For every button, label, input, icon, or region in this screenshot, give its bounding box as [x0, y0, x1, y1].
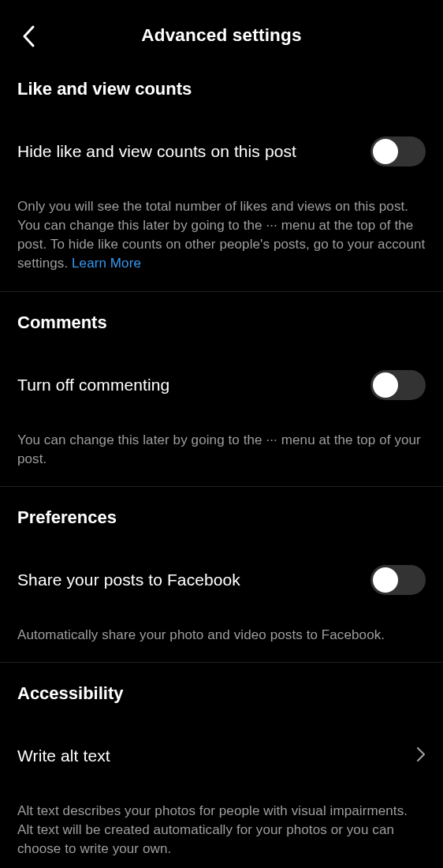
- chevron-right-icon: [416, 746, 426, 765]
- learn-more-link[interactable]: Learn More: [72, 256, 141, 271]
- toggle-knob: [373, 567, 398, 593]
- section-title-accessibility: Accessibility: [0, 672, 443, 710]
- row-label-alt-text: Write alt text: [17, 746, 110, 765]
- description-commenting: You can change this later by going to th…: [0, 431, 443, 469]
- row-write-alt-text[interactable]: Write alt text: [0, 737, 443, 775]
- toggle-share-facebook[interactable]: [370, 565, 426, 595]
- description-alt-text: Alt text describes your photos for peopl…: [0, 802, 443, 859]
- header: Advanced settings: [0, 0, 443, 68]
- toggle-hide-likes[interactable]: [370, 137, 426, 166]
- toggle-commenting[interactable]: [370, 370, 426, 400]
- toggle-knob: [373, 139, 398, 164]
- row-hide-likes: Hide like and view counts on this post: [0, 133, 443, 170]
- description-hide-likes: Only you will see the total number of li…: [0, 197, 443, 274]
- toggle-label-share-facebook: Share your posts to Facebook: [17, 571, 240, 589]
- section-title-likes: Like and view counts: [0, 68, 443, 106]
- section-title-comments: Comments: [0, 301, 443, 339]
- row-turn-off-commenting: Turn off commenting: [0, 366, 443, 404]
- page-title: Advanced settings: [17, 25, 426, 46]
- back-button[interactable]: [17, 25, 39, 47]
- section-title-preferences: Preferences: [0, 496, 443, 534]
- row-share-facebook: Share your posts to Facebook: [0, 561, 443, 599]
- toggle-label-hide-likes: Hide like and view counts on this post: [17, 142, 296, 161]
- toggle-knob: [373, 372, 398, 398]
- toggle-label-commenting: Turn off commenting: [17, 376, 169, 395]
- chevron-left-icon: [22, 25, 35, 47]
- description-share-facebook: Automatically share your photo and video…: [0, 626, 443, 645]
